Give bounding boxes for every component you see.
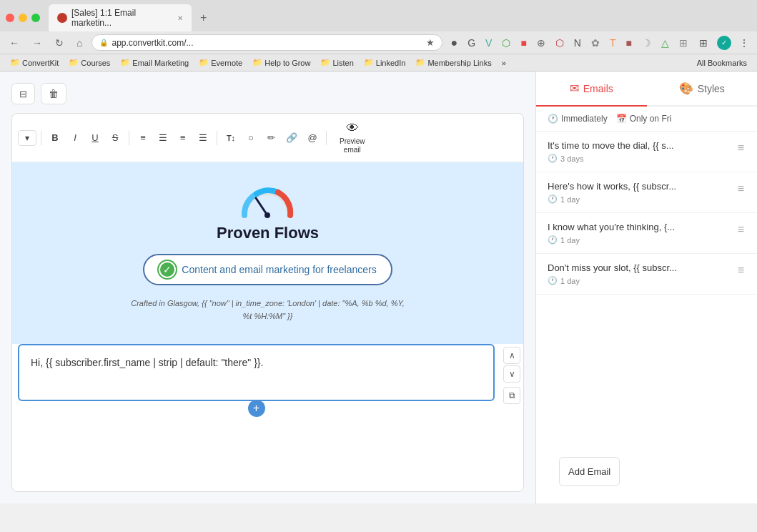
circle-btn[interactable]: ○	[242, 129, 260, 146]
toolbar-icon-3: V	[483, 37, 494, 49]
active-tab[interactable]: [Sales] 1:1 Email marketin... ✕	[49, 4, 192, 31]
extensions-btn[interactable]: ⊞	[696, 37, 711, 49]
email-item-0[interactable]: It's time to move the dial, {{ s... 🕐 3 …	[536, 132, 757, 172]
align-right-btn[interactable]: ≡	[174, 129, 192, 146]
at-btn[interactable]: @	[303, 129, 322, 146]
strikethrough-btn[interactable]: S	[106, 129, 124, 146]
email-item-2[interactable]: I know what you're thinking, {... 🕐 1 da…	[536, 213, 757, 254]
folder-icon: 📁	[364, 58, 374, 67]
link-icon: 🔗	[286, 132, 297, 143]
justify-btn[interactable]: ☰	[194, 129, 212, 146]
toolbar-icon-6: ⊕	[535, 37, 548, 49]
email-item-menu-3[interactable]: ≡	[736, 262, 746, 278]
tab-styles[interactable]: 🎨 Styles	[647, 72, 758, 107]
tab-title: [Sales] 1:1 Email marketin...	[71, 8, 173, 28]
text-toolbar: ▾ B I U S ≡ ☰	[12, 114, 523, 162]
bookmark-courses[interactable]: 📁 Courses	[64, 56, 114, 69]
bookmark-all[interactable]: All Bookmarks	[693, 57, 751, 69]
email-item-delay-0: 🕐 3 days	[548, 154, 736, 163]
filter-icon: ⊟	[19, 89, 27, 99]
trash-btn[interactable]: 🗑	[41, 83, 66, 104]
forward-btn[interactable]: →	[29, 35, 46, 51]
home-btn[interactable]: ⌂	[73, 35, 86, 51]
link-btn[interactable]: 🔗	[282, 129, 302, 146]
calendar-icon: 📅	[616, 114, 627, 124]
bookmark-listen[interactable]: 📁 Listen	[316, 56, 357, 69]
style-dropdown[interactable]: ▾	[18, 130, 36, 146]
email-item-menu-1[interactable]: ≡	[736, 181, 746, 197]
clock-icon-3: 🕐	[548, 276, 558, 285]
filter-btn[interactable]: ⊟	[11, 83, 35, 104]
add-block-btn[interactable]: +	[248, 400, 265, 417]
toolbar-icon-8: N	[572, 37, 583, 49]
bookmark-membership[interactable]: 📁 Membership Links	[411, 56, 495, 69]
align-left-btn[interactable]: ≡	[134, 129, 152, 146]
preview-email-btn[interactable]: 👁 Previewemail	[334, 118, 371, 157]
close-window-btn[interactable]	[6, 14, 14, 22]
email-item-menu-0[interactable]: ≡	[736, 140, 746, 156]
address-bar[interactable]: 🔒 app.convertkit.com/... ★	[91, 34, 442, 51]
folder-icon: 📁	[69, 58, 79, 67]
bookmark-evernote[interactable]: 📁 Evernote	[194, 56, 247, 69]
tab-bar: [Sales] 1:1 Email marketin... ✕ +	[0, 0, 757, 31]
bookmark-email-marketing[interactable]: 📁 Email Marketing	[116, 56, 193, 69]
bookmark-star-btn[interactable]: ★	[426, 37, 435, 48]
scroll-up-btn[interactable]: ∧	[503, 347, 520, 364]
menu-btn[interactable]: ⋮	[737, 37, 751, 49]
align-right-icon: ≡	[180, 132, 186, 143]
emails-tab-label: Emails	[583, 83, 613, 94]
add-email-btn[interactable]: Add Email	[559, 457, 620, 486]
bookmark-linkedin[interactable]: 📁 LinkedIn	[360, 56, 410, 69]
email-item-delay-1: 🕐 1 day	[548, 194, 736, 204]
window-buttons	[6, 14, 40, 22]
clock-icon-2: 🕐	[548, 235, 558, 245]
underline-btn[interactable]: U	[86, 129, 104, 146]
maximize-window-btn[interactable]	[31, 14, 40, 22]
nav-bar: ← → ↻ ⌂ 🔒 app.convertkit.com/... ★ ● G V…	[0, 31, 757, 54]
pen-btn[interactable]: ✏	[262, 129, 280, 146]
heading-btn[interactable]: T↕	[222, 131, 240, 145]
delay-text-2: 1 day	[560, 236, 580, 245]
reload-btn[interactable]: ↻	[51, 35, 67, 51]
style-dropdown-label: ▾	[25, 133, 29, 143]
copy-btn[interactable]: ⧉	[503, 387, 520, 404]
editor-toolbar-row: ⊟ 🗑	[11, 83, 524, 104]
tab-emails[interactable]: ✉ Emails	[536, 72, 647, 107]
bold-icon: B	[51, 132, 58, 143]
folder-icon: 📁	[252, 58, 262, 67]
email-template-preview: Proven Flows ✓ Content and email marketi…	[12, 162, 523, 344]
bookmark-convertkit[interactable]: 📁 ConvertKit	[6, 56, 63, 69]
clock-icon-1: 🕐	[548, 194, 558, 204]
bold-btn[interactable]: B	[46, 129, 64, 146]
toolbar-icon-10: T	[608, 37, 618, 49]
right-sidebar: ✉ Emails 🎨 Styles 🕐 Immediately 📅 Only o…	[535, 72, 757, 503]
tab-close-btn[interactable]: ✕	[177, 14, 183, 22]
body-text-wrapper: Hi, {{ subscriber.first_name | strip | d…	[12, 344, 500, 407]
toolbar-icon-9: ✿	[589, 37, 602, 49]
toolbar-icon-2: G	[465, 37, 478, 49]
email-item-delay-3: 🕐 1 day	[548, 276, 736, 285]
scroll-down-btn[interactable]: ∨	[503, 365, 520, 383]
email-item-1[interactable]: Here's how it works, {{ subscr... 🕐 1 da…	[536, 172, 757, 213]
underline-icon: U	[91, 132, 98, 143]
justify-icon: ☰	[199, 132, 207, 143]
email-item-3[interactable]: Don't miss your slot, {{ subscr... 🕐 1 d…	[536, 254, 757, 295]
back-btn[interactable]: ←	[6, 35, 23, 51]
profile-btn[interactable]: ✓	[717, 36, 731, 50]
new-tab-btn[interactable]: +	[194, 9, 212, 27]
bookmark-help-to-grow[interactable]: 📁 Help to Grow	[248, 56, 315, 69]
preview-eye-icon: 👁	[346, 121, 359, 136]
body-text-area[interactable]: Hi, {{ subscriber.first_name | strip | d…	[18, 344, 495, 401]
styles-tab-label: Styles	[698, 83, 725, 94]
email-list: It's time to move the dial, {{ s... 🕐 3 …	[536, 132, 757, 440]
italic-btn[interactable]: I	[66, 129, 84, 146]
folder-icon: 📁	[10, 58, 20, 67]
preview-label: Previewemail	[340, 137, 365, 154]
align-center-icon: ☰	[159, 132, 167, 143]
email-item-menu-2[interactable]: ≡	[736, 222, 746, 237]
align-center-btn[interactable]: ☰	[154, 129, 172, 146]
logo-area: Proven Flows	[217, 184, 319, 242]
bookmark-more[interactable]: »	[498, 57, 510, 69]
minimize-window-btn[interactable]	[19, 14, 27, 22]
circle-icon: ○	[248, 132, 254, 143]
